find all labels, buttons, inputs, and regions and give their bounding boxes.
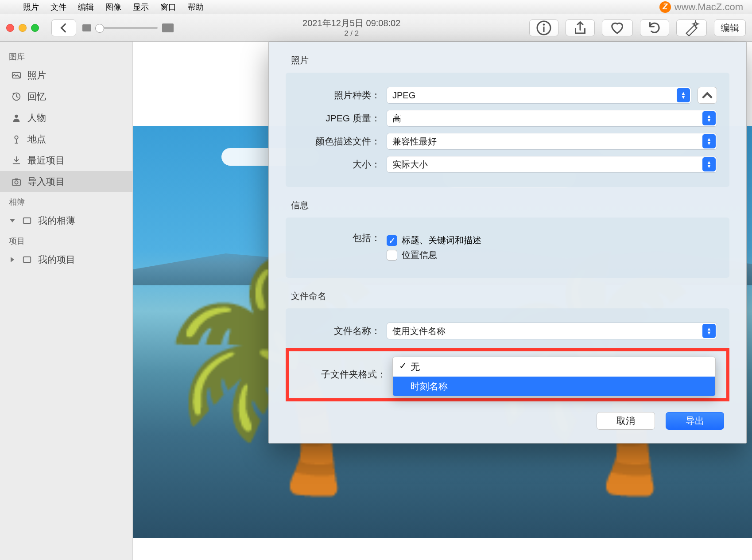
svg-point-1 [543, 23, 545, 26]
export-button[interactable]: 导出 [666, 412, 724, 430]
subfolder-dropdown[interactable]: 无 时刻名称 [392, 357, 716, 397]
sidebar-item-label: 地点 [27, 133, 46, 145]
project-icon [21, 255, 33, 264]
sidebar-header-library: 图库 [0, 47, 132, 65]
menu-image[interactable]: 图像 [105, 2, 121, 12]
checkbox-label: 位置信息 [402, 249, 437, 261]
watermark-text: www.MacZ.com [674, 1, 743, 13]
clock-icon [11, 92, 22, 101]
svg-point-8 [15, 181, 18, 184]
camera-icon [11, 177, 22, 187]
sidebar-item-imports[interactable]: 导入项目 [0, 171, 132, 192]
favorite-button[interactable] [602, 19, 632, 36]
include-label: 包括： [298, 232, 387, 244]
svg-rect-10 [23, 218, 31, 224]
sidebar-item-label: 回忆 [27, 90, 46, 103]
rotate-button[interactable] [640, 19, 669, 36]
checkbox-location[interactable]: 位置信息 [387, 249, 717, 261]
enhance-button[interactable] [676, 19, 707, 36]
toolbar-title: 2021年12月5日 09:08:02 2 / 2 [174, 17, 529, 38]
menu-help[interactable]: 帮助 [188, 2, 204, 12]
menu-view[interactable]: 显示 [133, 2, 149, 12]
svg-rect-2 [543, 27, 545, 32]
pin-icon [11, 134, 22, 144]
checkbox-label: 标题、关键词和描述 [402, 234, 481, 246]
subfolder-highlight: 子文件夹格式： 无 时刻名称 [286, 348, 729, 401]
close-window-button[interactable] [6, 24, 14, 32]
album-icon [21, 216, 33, 226]
select-value: 高 [392, 113, 401, 124]
minimize-window-button[interactable] [19, 24, 27, 32]
cancel-button[interactable]: 取消 [597, 412, 655, 430]
svg-point-5 [15, 115, 18, 118]
dropdown-option-moment[interactable]: 时刻名称 [393, 377, 715, 396]
back-button[interactable] [51, 19, 76, 36]
photo-type-label: 照片种类： [298, 89, 387, 101]
sidebar-item-memories[interactable]: 回忆 [0, 86, 132, 107]
checkbox-title-keywords[interactable]: ✓ 标题、关键词和描述 [387, 234, 717, 246]
sidebar-item-label: 我的相薄 [38, 214, 75, 227]
svg-point-6 [15, 136, 18, 139]
sidebar-item-my-album[interactable]: 我的相薄 [0, 210, 132, 231]
zoom-slider[interactable] [82, 23, 174, 32]
edit-button[interactable]: 编辑 [714, 19, 746, 36]
person-icon [11, 113, 22, 123]
section-title-filename: 文件命名 [269, 278, 746, 308]
sidebar: 图库 照片 回忆 人物 地点 最近项目 导入项目 相簿 我的相薄 [0, 42, 133, 560]
size-label: 大小： [298, 158, 387, 171]
menu-photos[interactable]: 照片 [23, 2, 39, 12]
sidebar-item-label: 导入项目 [27, 175, 65, 188]
select-arrows-icon: ▲▼ [702, 111, 716, 125]
select-arrows-icon: ▲▼ [702, 157, 716, 171]
sidebar-item-people[interactable]: 人物 [0, 107, 132, 128]
watermark-logo-icon: Z [659, 1, 671, 13]
download-icon [11, 156, 22, 165]
sidebar-item-label: 人物 [27, 112, 46, 124]
sidebar-item-my-project[interactable]: 我的项目 [0, 249, 132, 270]
size-select[interactable]: 实际大小 ▲▼ [387, 156, 717, 173]
menu-window[interactable]: 窗口 [160, 2, 176, 12]
title-date: 2021年12月5日 09:08:02 [174, 17, 529, 29]
disclosure-icon[interactable] [11, 257, 14, 262]
photos-icon [11, 70, 22, 80]
section-title-info: 信息 [269, 187, 746, 218]
select-value: JPEG [392, 90, 415, 101]
info-button[interactable] [529, 19, 558, 36]
photo-type-select[interactable]: JPEG ▲▼ [387, 87, 691, 104]
sidebar-item-label: 照片 [27, 69, 46, 82]
select-arrows-icon: ▲▼ [677, 88, 690, 102]
menu-file[interactable]: 文件 [50, 2, 66, 12]
content-area: 🌴 🌴 照片 照片种类： JPEG ▲▼ JPEG 质量： [133, 42, 752, 560]
title-counter: 2 / 2 [174, 29, 529, 38]
svg-rect-11 [23, 257, 31, 263]
jpeg-quality-select[interactable]: 高 ▲▼ [387, 110, 717, 127]
select-value: 实际大小 [392, 159, 428, 171]
collapse-button[interactable] [698, 87, 717, 104]
subfolder-label: 子文件夹格式： [298, 368, 392, 381]
sidebar-item-label: 最近项目 [27, 154, 65, 167]
sidebar-item-recent[interactable]: 最近项目 [0, 150, 132, 171]
traffic-lights [6, 24, 39, 32]
menu-edit[interactable]: 编辑 [78, 2, 94, 12]
checkbox-unchecked-icon [387, 250, 397, 261]
color-profile-select[interactable]: 兼容性最好 ▲▼ [387, 133, 717, 150]
export-dialog: 照片 照片种类： JPEG ▲▼ JPEG 质量： 高 ▲▼ [268, 42, 747, 443]
disclosure-icon[interactable] [10, 219, 15, 222]
checkbox-checked-icon: ✓ [387, 235, 397, 246]
maximize-window-button[interactable] [31, 24, 39, 32]
color-profile-label: 颜色描述文件： [298, 135, 387, 148]
sidebar-header-projects: 项目 [0, 231, 132, 249]
window-toolbar: 2021年12月5日 09:08:02 2 / 2 编辑 [0, 14, 752, 42]
filename-select[interactable]: 使用文件名称 ▲▼ [387, 323, 717, 339]
select-arrows-icon: ▲▼ [702, 324, 716, 338]
dropdown-option-none[interactable]: 无 [393, 357, 715, 377]
zoom-small-icon [82, 24, 91, 31]
share-button[interactable] [566, 19, 595, 36]
filename-label: 文件名称： [298, 325, 387, 337]
section-title-photo: 照片 [269, 42, 746, 73]
watermark: Z www.MacZ.com [659, 1, 743, 13]
sidebar-item-label: 我的项目 [38, 253, 75, 266]
svg-rect-9 [15, 179, 18, 180]
sidebar-item-photos[interactable]: 照片 [0, 65, 132, 86]
sidebar-item-places[interactable]: 地点 [0, 128, 132, 150]
